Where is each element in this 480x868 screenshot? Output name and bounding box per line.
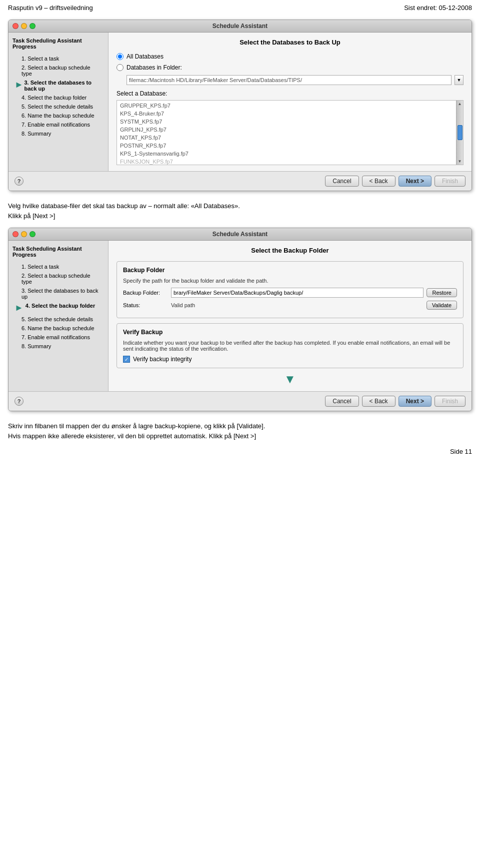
page-number: Side 11: [450, 448, 472, 455]
validate-button[interactable]: Validate: [426, 301, 457, 310]
teal-arrow-decoration: ▼: [284, 373, 296, 385]
window-title-1: Schedule Assistant: [212, 23, 268, 30]
sidebar-item-2-4: ► 4. Select the backup folder: [12, 302, 104, 314]
window-title-2: Schedule Assistant: [212, 231, 268, 238]
between-text-2: Skriv inn filbanen til mappen der du øns…: [0, 415, 480, 444]
sidebar-item-1-2: 2. Select a backup schedule type: [12, 64, 104, 78]
backup-folder-field-row: Backup Folder: Restore: [123, 288, 457, 298]
database-list: GRUPPER_KPS.fp7 KPS_4-Bruker.fp7 SYSTM_K…: [117, 101, 463, 165]
arrow-2-8: [14, 343, 20, 349]
sidebar-label-1-4: 4. Select the backup folder: [22, 95, 86, 101]
sidebar-item-1-4: 4. Select the backup folder: [12, 94, 104, 102]
back-button-1[interactable]: < Back: [362, 176, 396, 187]
radio-all-databases[interactable]: All Databases: [116, 53, 464, 60]
close-button-2[interactable]: [12, 231, 18, 237]
list-item[interactable]: KPS_1-Systemansvarlig.fp7: [117, 150, 463, 158]
scroll-down-arrow[interactable]: ▼: [458, 159, 462, 164]
list-item[interactable]: SYSTM_KPS.fp7: [117, 118, 463, 126]
arrow-1-4: [14, 95, 20, 101]
list-item[interactable]: NOTAT_KPS.fp7: [117, 134, 463, 142]
list-item[interactable]: GRUPPER_KPS.fp7: [117, 102, 463, 110]
verify-backup-desc: Indicate whether you want your backup to…: [123, 340, 457, 352]
arrow-2-1: [14, 264, 20, 270]
cancel-button-2[interactable]: Cancel: [325, 396, 358, 407]
arrow-1-1: [14, 56, 20, 62]
sidebar-item-1-3: ► 3. Select the databases to back up: [12, 79, 104, 93]
database-scrollbar[interactable]: ▲ ▼: [456, 101, 463, 165]
sidebar-item-1-8: 8. Summary: [12, 130, 104, 138]
instruction-text-3: Skriv inn filbanen til mappen der du øns…: [8, 421, 472, 431]
section-title-2: Select the Backup Folder: [116, 247, 464, 254]
main-content-1: Select the Databases to Back Up All Data…: [108, 33, 472, 171]
arrow-2-4: ►: [14, 303, 24, 313]
folder-path-input[interactable]: [126, 75, 452, 85]
arrow-1-2: [14, 65, 20, 71]
instruction-text-2: Klikk på [Next >]: [8, 211, 472, 221]
help-button-2[interactable]: ?: [14, 397, 24, 406]
minimize-button-1[interactable]: [21, 23, 27, 29]
backup-folder-desc: Specify the path for the backup folder a…: [123, 278, 457, 284]
radio-databases-folder-input[interactable]: [116, 64, 124, 71]
scroll-up-arrow[interactable]: ▲: [458, 102, 462, 106]
sidebar-label-1-2: 2. Select a backup schedule type: [22, 65, 102, 77]
arrow-1-5: [14, 104, 20, 110]
maximize-button-2[interactable]: [30, 231, 36, 237]
sidebar-label-2-1: 1. Select a task: [22, 264, 59, 270]
sidebar-label-1-6: 6. Name the backup schedule: [22, 113, 94, 119]
window-footer-2: ? Cancel < Back Next > Finish: [8, 391, 472, 411]
scroll-thumb[interactable]: [458, 125, 462, 140]
between-text-1: Velg hvilke database-filer det skal tas …: [0, 195, 480, 224]
verify-integrity-checkbox[interactable]: ✓: [123, 356, 130, 363]
select-database-label: Select a Database:: [116, 90, 464, 97]
sidebar-label-1-8: 8. Summary: [22, 131, 51, 137]
sidebar-item-1-1: 1. Select a task: [12, 55, 104, 63]
status-field-row: Status: Valid path Validate: [123, 301, 457, 310]
restore-button[interactable]: Restore: [426, 288, 457, 297]
backup-folder-group: Backup Folder Specify the path for the b…: [116, 261, 464, 318]
page-header: Rasputin v9 – driftsveiledning Sist endr…: [0, 0, 480, 16]
next-button-2[interactable]: Next >: [398, 396, 432, 407]
doc-date: Sist endret: 05-12-2008: [404, 4, 472, 12]
arrow-1-8: [14, 131, 20, 137]
sidebar-item-2-7: 7. Enable email notifications: [12, 333, 104, 341]
finish-button-2[interactable]: Finish: [434, 396, 466, 407]
sidebar-label-1-1: 1. Select a task: [22, 56, 59, 62]
back-button-2[interactable]: < Back: [362, 396, 396, 407]
list-item[interactable]: FUNKSJON_KPS.fp7: [117, 158, 463, 165]
window-controls-1: [12, 23, 36, 29]
radio-databases-folder-label: Databases in Folder:: [126, 64, 182, 71]
list-item[interactable]: GRPLINJ_KPS.fp7: [117, 126, 463, 134]
sidebar-label-1-3: 3. Select the databases to back up: [24, 80, 102, 92]
arrow-2-5: [14, 316, 20, 322]
instruction-text-1: Velg hvilke database-filer det skal tas …: [8, 201, 472, 211]
list-item[interactable]: KPS_4-Bruker.fp7: [117, 110, 463, 118]
radio-all-databases-input[interactable]: [116, 53, 124, 60]
sidebar-item-2-3: 3. Select the databases to back up: [12, 287, 104, 301]
arrow-2-6: [14, 325, 20, 331]
window-footer-1: ? Cancel < Back Next > Finish: [8, 171, 472, 191]
next-button-1[interactable]: Next >: [398, 176, 432, 187]
window-2: Schedule Assistant Task Scheduling Assis…: [8, 228, 472, 411]
sidebar-item-1-7: 7. Enable email notifications: [12, 121, 104, 129]
folder-dropdown-btn[interactable]: ▼: [454, 75, 464, 85]
sidebar-item-1-5: 5. Select the schedule details: [12, 103, 104, 111]
minimize-button-2[interactable]: [21, 231, 27, 237]
verify-integrity-row[interactable]: ✓ Verify backup integrity: [123, 356, 457, 363]
sidebar-1: Task Scheduling Assistant Progress 1. Se…: [8, 33, 108, 171]
window-body-2: Task Scheduling Assistant Progress 1. Se…: [8, 241, 472, 391]
verify-backup-group: Verify Backup Indicate whether you want …: [116, 323, 464, 368]
sidebar-label-2-6: 6. Name the backup schedule: [22, 325, 94, 331]
backup-folder-input[interactable]: [171, 288, 424, 298]
sidebar-heading-2: Task Scheduling Assistant Progress: [12, 246, 104, 258]
window-controls-2: [12, 231, 36, 237]
maximize-button-1[interactable]: [30, 23, 36, 29]
radio-databases-folder[interactable]: Databases in Folder:: [116, 64, 464, 71]
list-item[interactable]: POSTNR_KPS.fp7: [117, 142, 463, 150]
cancel-button-1[interactable]: Cancel: [325, 176, 358, 187]
status-label: Status:: [123, 302, 168, 308]
finish-button-1[interactable]: Finish: [434, 176, 466, 187]
close-button-1[interactable]: [12, 23, 18, 29]
help-button-1[interactable]: ?: [14, 177, 24, 186]
backup-folder-label: Backup Folder:: [123, 290, 168, 296]
sidebar-label-2-8: 8. Summary: [22, 343, 51, 349]
